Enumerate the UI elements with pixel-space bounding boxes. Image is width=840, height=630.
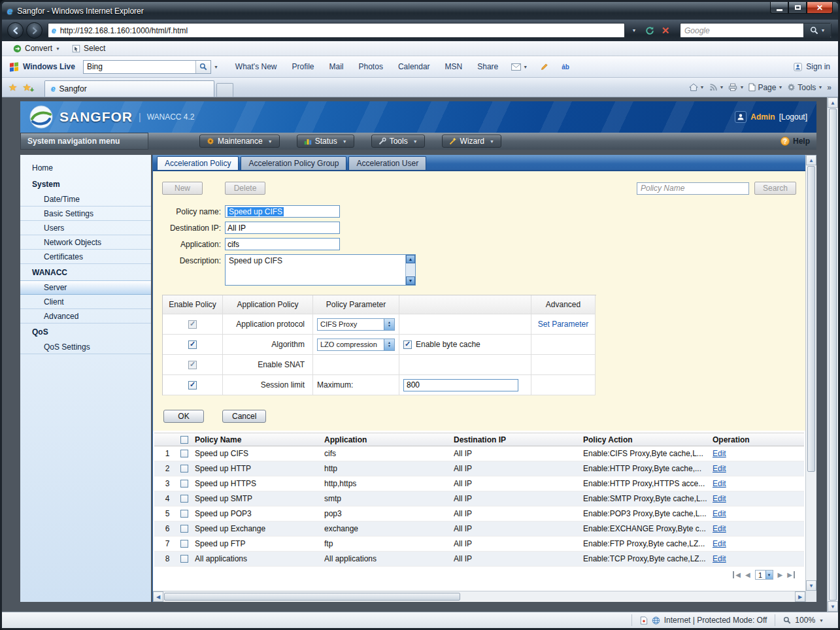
application-protocol-select[interactable]: CIFS Proxy ▲▼ <box>317 318 395 331</box>
logout-link[interactable]: [Logout] <box>779 112 807 122</box>
live-search-button[interactable] <box>195 61 210 73</box>
link-photos[interactable]: Photos <box>359 62 383 71</box>
column-header[interactable]: Operation <box>713 435 804 444</box>
column-header[interactable]: Policy Name <box>195 435 324 444</box>
sidebar-group-system[interactable]: System <box>20 176 151 192</box>
favorites-star-icon[interactable]: ★ <box>8 82 17 92</box>
row-checkbox[interactable]: ✓ <box>180 555 188 563</box>
live-write-button[interactable] <box>541 63 548 71</box>
help-button[interactable]: ? Help <box>781 137 816 146</box>
tools-menu-button[interactable]: Tools ▼ <box>787 83 822 92</box>
link-msn[interactable]: MSN <box>445 62 463 71</box>
scroll-right-icon[interactable]: ▶ <box>795 591 805 602</box>
edit-link[interactable]: Edit <box>713 464 726 473</box>
row-checkbox[interactable]: ✓ <box>180 510 188 518</box>
edit-link[interactable]: Edit <box>713 524 726 533</box>
row-checkbox[interactable]: ✓ <box>180 450 188 457</box>
tab-acceleration-policy-group[interactable]: Acceleration Policy Group <box>241 156 346 170</box>
enable-policy-checkbox[interactable]: ✓ <box>188 340 197 349</box>
sidebar-item-home[interactable]: Home <box>20 160 151 176</box>
status-menu-button[interactable]: Status ▼ <box>297 135 354 148</box>
link-calendar[interactable]: Calendar <box>398 62 430 71</box>
scroll-down-icon[interactable]: ▼ <box>806 580 816 591</box>
address-dropdown-button[interactable]: ▼ <box>628 23 641 38</box>
sidebar-group-wanacc[interactable]: WANACC <box>20 264 151 280</box>
address-input[interactable] <box>60 26 621 35</box>
search-input[interactable] <box>680 26 803 35</box>
wizard-menu-button[interactable]: Wizard ▼ <box>442 135 501 148</box>
chevron-down-icon[interactable]: ▼ <box>214 65 218 69</box>
previous-page-icon[interactable]: ◀ <box>745 571 750 578</box>
first-page-icon[interactable]: ◀ <box>733 571 741 578</box>
maximize-button[interactable] <box>788 2 807 14</box>
page-select[interactable]: 1 ▼ <box>755 570 773 580</box>
last-page-icon[interactable]: ▶ <box>787 571 795 578</box>
scroll-down-icon[interactable]: ▼ <box>828 601 838 612</box>
maintenance-menu-button[interactable]: Maintenance ▼ <box>199 135 280 148</box>
live-mail-button[interactable]: ▼ <box>511 63 528 71</box>
sidebar-item-client[interactable]: Client <box>20 295 151 309</box>
policy-name-field[interactable]: Speed up CIFS <box>225 205 340 218</box>
sidebar-item-users[interactable]: Users <box>20 221 151 235</box>
column-header[interactable]: Application <box>324 435 454 444</box>
row-checkbox[interactable]: ✓ <box>180 495 188 503</box>
address-bar[interactable]: e <box>48 23 625 38</box>
sidebar-item-qos-settings[interactable]: QoS Settings <box>20 340 151 354</box>
policy-name-search-input[interactable] <box>637 182 749 195</box>
search-button[interactable]: ▼ <box>803 23 831 38</box>
link-mail[interactable]: Mail <box>329 62 344 71</box>
live-translate-button[interactable]: ȧb <box>562 63 569 71</box>
link-whats-new[interactable]: What's New <box>235 62 277 71</box>
tab-sangfor[interactable]: e Sangfor <box>44 80 214 97</box>
add-favorite-icon[interactable]: ★+ <box>22 82 31 92</box>
back-button[interactable] <box>7 22 24 39</box>
scroll-up-icon[interactable]: ▲ <box>806 155 816 165</box>
edit-link[interactable]: Edit <box>713 479 726 488</box>
sidebar-item-advanced[interactable]: Advanced <box>20 309 151 323</box>
enable-policy-checkbox[interactable]: ✓ <box>188 381 197 390</box>
link-profile[interactable]: Profile <box>292 62 314 71</box>
security-status[interactable]: Internet | Protected Mode: Off <box>631 614 775 626</box>
edit-link[interactable]: Edit <box>713 494 726 503</box>
scrollbar-thumb[interactable] <box>807 166 815 472</box>
sidebar-group-qos[interactable]: QoS <box>20 323 151 340</box>
edit-link[interactable]: Edit <box>713 554 726 563</box>
title-bar[interactable]: e Sangfor - Windows Internet Explorer ✕ <box>2 2 838 20</box>
select-all-checkbox[interactable]: ✓ <box>180 436 188 444</box>
ok-button[interactable]: OK <box>163 410 204 423</box>
description-field[interactable]: Speed up CIFS ▲ ▼ <box>225 254 416 286</box>
enable-byte-cache-checkbox[interactable]: ✓ <box>403 340 412 349</box>
refresh-button[interactable] <box>643 23 656 38</box>
scrollbar-thumb[interactable] <box>829 108 837 601</box>
forward-button[interactable] <box>26 22 42 39</box>
sidebar-item-basic-settings[interactable]: Basic Settings <box>20 207 151 221</box>
scroll-up-icon[interactable]: ▲ <box>828 97 838 108</box>
edit-link[interactable]: Edit <box>713 539 726 548</box>
scroll-left-icon[interactable]: ◀ <box>153 591 163 602</box>
link-share[interactable]: Share <box>477 62 498 71</box>
column-header[interactable]: Policy Action <box>583 435 713 444</box>
algorithm-select[interactable]: LZO compression ▲▼ <box>317 339 395 351</box>
close-button[interactable]: ✕ <box>807 2 833 14</box>
minimize-button[interactable] <box>770 2 788 14</box>
zoom-control[interactable]: 100% ▼ <box>775 614 832 626</box>
tools-menu-button[interactable]: Tools ▼ <box>371 135 425 148</box>
chevron-more-icon[interactable]: » <box>827 83 832 92</box>
search-button[interactable]: Search <box>754 182 796 195</box>
session-limit-input[interactable] <box>403 379 518 391</box>
delete-button[interactable]: Delete <box>225 182 265 195</box>
row-checkbox[interactable]: ✓ <box>180 540 188 548</box>
select-button[interactable]: Select <box>66 42 111 54</box>
destination-ip-field[interactable] <box>227 224 337 233</box>
sign-in-area[interactable]: Sign in <box>794 62 830 71</box>
sidebar-item-network-objects[interactable]: Network Objects <box>20 235 151 250</box>
convert-button[interactable]: Convert ▼ <box>7 42 66 54</box>
new-tab-button[interactable] <box>216 83 233 97</box>
application-field[interactable] <box>227 240 337 249</box>
sidebar-item-certificates[interactable]: Certificates <box>20 250 151 264</box>
feeds-button[interactable]: ▼ <box>709 83 724 91</box>
sidebar-item-date-time[interactable]: Date/Time <box>20 192 151 207</box>
tab-acceleration-user[interactable]: Acceleration User <box>348 156 426 170</box>
print-button[interactable]: ▼ <box>728 83 744 91</box>
sidebar-item-server[interactable]: Server <box>20 280 151 295</box>
